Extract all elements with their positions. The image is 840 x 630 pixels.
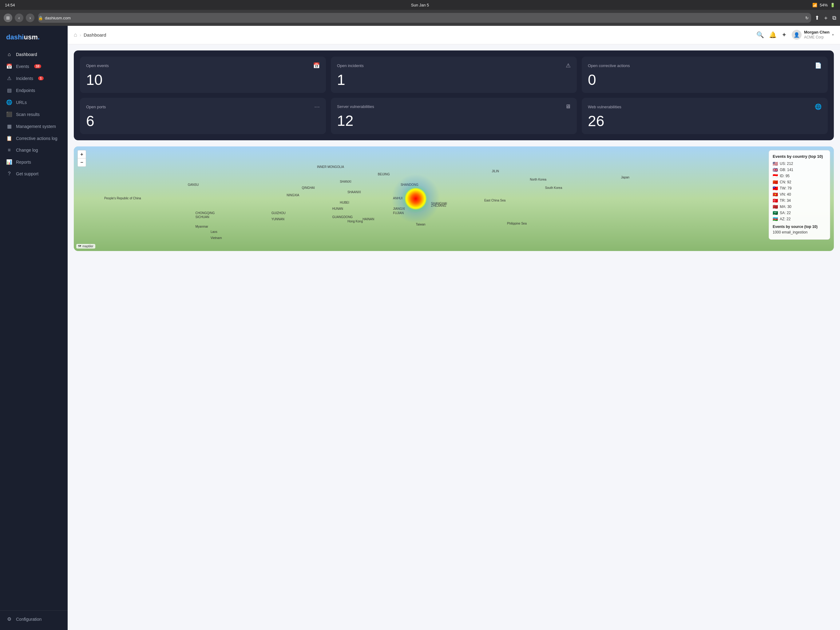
map-label-jilin: JILIN (492, 169, 499, 173)
urls-icon: 🌐 (6, 99, 12, 105)
map-label-beijing: BEIJING (378, 173, 390, 176)
url-text: dashiusm.com (45, 16, 71, 20)
legend-country-item: 🇹🇼TW: 79 (773, 186, 826, 191)
sidebar-item-management-system[interactable]: ▦ Management system (0, 120, 68, 132)
sidebar-item-configuration[interactable]: ⚙ Configuration (0, 613, 68, 625)
country-flag: 🇬🇧 (773, 167, 778, 172)
ai-icon[interactable]: ✦ (782, 31, 787, 38)
sidebar-item-configuration-label: Configuration (16, 617, 41, 622)
map-attribution: 🗺 maptiler (76, 244, 95, 249)
sidebar-item-reports-label: Reports (16, 160, 31, 165)
stat-icon-3: ⋯ (314, 103, 320, 110)
map-label-philippine-sea: Philippine Sea (507, 222, 527, 225)
share-icon[interactable]: ⬆ (815, 14, 819, 21)
address-bar[interactable]: 🔒 dashiusm.com ↻ (38, 13, 811, 23)
tabs-icon[interactable]: ⧉ (832, 15, 836, 21)
stat-card-header-1: Open incidents ⚠ (337, 62, 571, 69)
sidebar-item-get-support[interactable]: ? Get support (0, 168, 68, 180)
reload-icon[interactable]: ↻ (805, 16, 811, 20)
top-nav: ⌂ › Dashboard 🔍 🔔 ✦ 👤 Morgan Chen ACME C… (68, 26, 840, 44)
stat-card-2[interactable]: Open corrective actions 📄 0 (582, 57, 828, 93)
logo-dot: . (38, 33, 39, 41)
country-flag: 🇻🇳 (773, 192, 778, 197)
events-icon: 📅 (6, 63, 12, 69)
sidebar-item-reports[interactable]: 📊 Reports (0, 156, 68, 168)
sidebar-item-urls-label: URLs (16, 100, 27, 105)
sidebar-item-scan-results-label: Scan results (16, 112, 39, 117)
back-button[interactable]: ‹ (15, 14, 24, 22)
stat-icon-2: 📄 (815, 62, 821, 69)
map-label-myanmar: Myanmar (196, 225, 208, 228)
user-text: Morgan Chen ACME Corp (804, 30, 829, 40)
sidebar-item-incidents[interactable]: ⚠ Incidents 1 (0, 72, 68, 84)
sidebar-item-scan-results[interactable]: ⬛ Scan results (0, 108, 68, 120)
map-label-south-korea: South Korea (545, 186, 562, 190)
stat-label-5: Web vulnerabilities (588, 104, 621, 109)
sidebar-item-get-support-label: Get support (16, 171, 38, 176)
stat-card-header-4: Server vulnerabilities 🖥 (337, 103, 571, 110)
legend-source-title: Events by source (top 10) (773, 225, 826, 229)
map-label-sichuan: SICHUAN (196, 215, 209, 219)
legend-country-item: 🇨🇳CN: 92 (773, 180, 826, 185)
bell-icon[interactable]: 🔔 (769, 31, 777, 38)
stat-label-3: Open ports (86, 104, 106, 109)
sidebar-toggle-button[interactable]: ⊞ (4, 14, 12, 22)
browser-chrome: ⊞ ‹ › 🔒 dashiusm.com ↻ ⬆ ＋ ⧉ (0, 10, 840, 26)
sidebar-item-events[interactable]: 📅 Events 10 (0, 60, 68, 72)
stat-label-2: Open corrective actions (588, 63, 630, 68)
stat-card-5[interactable]: Web vulnerabilities 🌐 26 (582, 98, 828, 134)
breadcrumb-separator: › (80, 32, 81, 38)
legend-country-item: 🇺🇸US: 212 (773, 161, 826, 166)
new-tab-icon[interactable]: ＋ (823, 14, 829, 22)
legend-country-item: 🇲🇦MA: 30 (773, 204, 826, 209)
legend-country-item: 🇹🇷TR: 34 (773, 198, 826, 203)
country-label: MA: 30 (780, 204, 791, 209)
map-controls: + − (77, 150, 86, 167)
country-label: TW: 79 (780, 186, 791, 190)
country-flag: 🇲🇦 (773, 204, 778, 209)
map-label-yunnan: YUNNAN (272, 217, 284, 221)
map-label-gansu: GANSU (188, 183, 199, 187)
events-badge: 10 (34, 64, 41, 68)
country-label: SA: 22 (780, 211, 791, 215)
status-time: 14:54 (5, 3, 15, 7)
stat-card-4[interactable]: Server vulnerabilities 🖥 12 (331, 98, 577, 134)
stat-card-1[interactable]: Open incidents ⚠ 1 (331, 57, 577, 93)
main-content: ⌂ › Dashboard 🔍 🔔 ✦ 👤 Morgan Chen ACME C… (68, 26, 840, 630)
zoom-out-button[interactable]: − (78, 158, 86, 166)
sidebar: dashiusm. ⌂ Dashboard 📅 Events 10 ⚠ Inci… (0, 26, 68, 630)
search-icon[interactable]: 🔍 (756, 31, 764, 38)
sidebar-item-incidents-label: Incidents (16, 76, 33, 81)
sidebar-item-change-log-label: Change log (16, 148, 38, 153)
user-info[interactable]: 👤 Morgan Chen ACME Corp ▾ (792, 30, 834, 40)
dashboard-icon: ⌂ (6, 52, 12, 57)
sidebar-item-urls[interactable]: 🌐 URLs (0, 96, 68, 108)
country-flag: 🇮🇩 (773, 174, 778, 179)
lock-icon: 🔒 (38, 16, 43, 20)
country-label: CN: 92 (780, 180, 791, 184)
breadcrumb-current: Dashboard (84, 32, 106, 38)
sidebar-item-endpoints[interactable]: ▤ Endpoints (0, 84, 68, 96)
incidents-icon: ⚠ (6, 75, 12, 81)
sidebar-item-dashboard[interactable]: ⌂ Dashboard (0, 49, 68, 60)
map-section: INNER MONGOLIA BEIJING JILIN SHANXI QING… (74, 146, 834, 251)
chevron-down-icon: ▾ (832, 33, 834, 37)
sidebar-item-corrective-actions-log[interactable]: 📋 Corrective actions log (0, 132, 68, 144)
stat-card-header-0: Open events 📅 (86, 62, 320, 69)
sidebar-item-corrective-actions-log-label: Corrective actions log (16, 136, 57, 141)
stat-card-0[interactable]: Open events 📅 10 (80, 57, 326, 93)
dashboard-body: Open events 📅 10 Open incidents ⚠ 1 Open… (68, 44, 840, 630)
forward-button[interactable]: › (26, 14, 35, 22)
stat-card-3[interactable]: Open ports ⋯ 6 (80, 98, 326, 134)
home-icon[interactable]: ⌂ (74, 32, 77, 38)
map-label-shanxi: SHANXI (340, 180, 351, 184)
country-label: ID: 95 (780, 174, 789, 178)
country-flag: 🇨🇳 (773, 180, 778, 185)
stat-label-1: Open incidents (337, 63, 364, 68)
reports-icon: 📊 (6, 159, 12, 165)
sidebar-item-change-log[interactable]: ≡ Change log (0, 144, 68, 156)
legend-country-item: 🇦🇿AZ: 22 (773, 217, 826, 222)
country-label: US: 212 (780, 161, 793, 166)
country-flag: 🇦🇿 (773, 217, 778, 222)
zoom-in-button[interactable]: + (78, 150, 86, 158)
